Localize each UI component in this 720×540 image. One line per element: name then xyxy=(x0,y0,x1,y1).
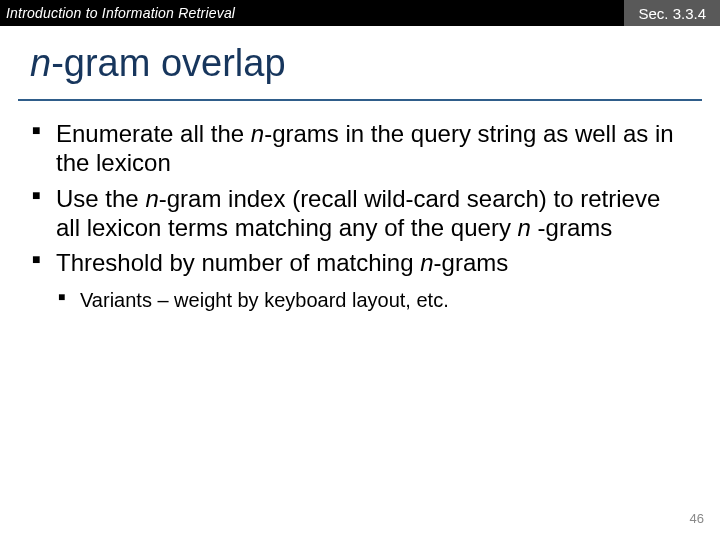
page-number: 46 xyxy=(690,511,704,526)
section-label: Sec. 3.3.4 xyxy=(624,0,720,26)
title-n: n xyxy=(30,42,51,84)
body: Enumerate all the n-grams in the query s… xyxy=(0,101,720,313)
title-wrap: n-gram overlap xyxy=(0,26,720,93)
bullet-1: Enumerate all the n-grams in the query s… xyxy=(30,119,690,178)
bullet-list: Enumerate all the n-grams in the query s… xyxy=(30,119,690,313)
text: -grams xyxy=(531,214,612,241)
slide-title: n-gram overlap xyxy=(30,42,690,85)
topbar: Introduction to Information Retrieval Se… xyxy=(0,0,720,26)
slide: Introduction to Information Retrieval Se… xyxy=(0,0,720,540)
text: Enumerate all the xyxy=(56,120,251,147)
italic-n: n xyxy=(420,249,433,276)
course-title: Introduction to Information Retrieval xyxy=(0,5,235,21)
text: Use the xyxy=(56,185,145,212)
sub-bullet-1: Variants – weight by keyboard layout, et… xyxy=(56,287,690,313)
italic-n: n xyxy=(145,185,158,212)
bullet-2: Use the n-gram index (recall wild-card s… xyxy=(30,184,690,243)
text: -grams xyxy=(434,249,509,276)
sub-list: Variants – weight by keyboard layout, et… xyxy=(56,287,690,313)
bullet-3: Threshold by number of matching n-grams … xyxy=(30,248,690,313)
italic-n: n xyxy=(251,120,264,147)
italic-n: n xyxy=(518,214,531,241)
title-rest: -gram overlap xyxy=(51,42,285,84)
text: Threshold by number of matching xyxy=(56,249,420,276)
